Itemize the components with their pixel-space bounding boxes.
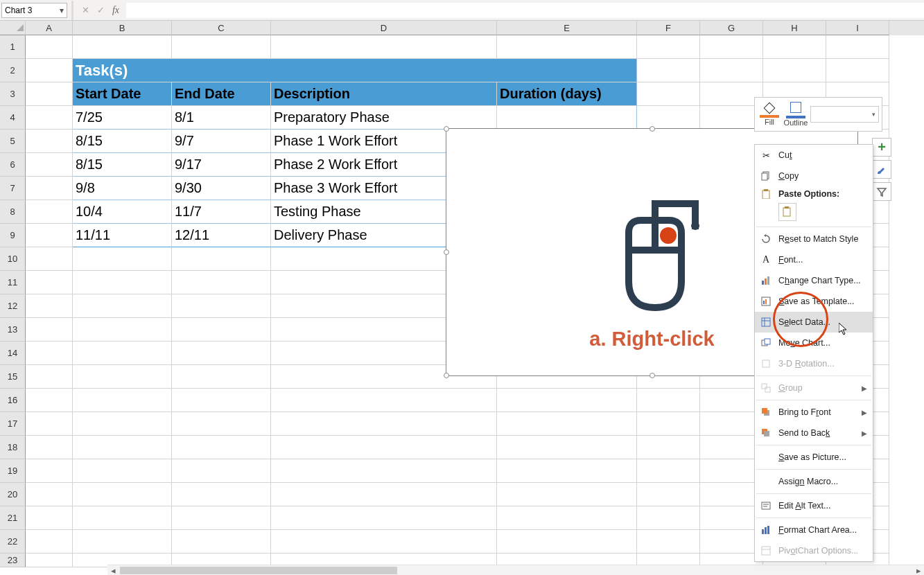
col-header-e[interactable]: E [497, 21, 637, 35]
table-cell[interactable]: 10/4 [73, 200, 172, 224]
cell[interactable] [73, 436, 172, 459]
cell[interactable] [73, 459, 172, 483]
cell[interactable] [271, 389, 497, 412]
formula-input[interactable] [126, 3, 924, 18]
cell[interactable] [26, 318, 73, 342]
col-duration[interactable]: Duration (days) [497, 82, 637, 106]
cell[interactable] [763, 59, 826, 82]
cell[interactable] [172, 59, 271, 82]
row-header[interactable]: 10 [0, 247, 26, 271]
enter-icon[interactable]: ✓ [93, 3, 108, 18]
cell[interactable] [700, 35, 763, 59]
cell[interactable] [73, 271, 172, 294]
resize-handle[interactable] [650, 373, 655, 378]
menu-bring-to-front[interactable]: Bring to Front ▶ [755, 402, 873, 423]
cell[interactable] [637, 436, 700, 459]
cell[interactable] [637, 82, 700, 106]
table-cell[interactable]: 7/25 [73, 106, 172, 130]
fx-icon[interactable]: fx [108, 3, 123, 18]
menu-assign-macro[interactable]: Assign Macro... [755, 471, 873, 492]
name-box[interactable]: Chart 3 ▾ [1, 3, 67, 18]
chart-style-dropdown[interactable]: ▾ [810, 106, 879, 123]
resize-handle[interactable] [444, 373, 449, 378]
cell[interactable] [637, 530, 700, 554]
row-header[interactable]: 16 [0, 389, 26, 412]
cell[interactable] [271, 483, 497, 506]
cell[interactable] [26, 153, 73, 177]
cell[interactable] [637, 459, 700, 483]
cell[interactable] [700, 59, 763, 82]
row-header[interactable]: 3 [0, 82, 26, 106]
chart-elements-button[interactable]: + [872, 138, 891, 157]
chart-filter-button[interactable] [872, 182, 891, 201]
cell[interactable] [172, 412, 271, 436]
menu-select-data[interactable]: Select Data... [755, 312, 873, 333]
table-cell[interactable]: Preparatory Phase [271, 106, 497, 130]
menu-move-chart[interactable]: Move Chart... [755, 333, 873, 353]
cell[interactable] [26, 35, 73, 59]
cell[interactable] [271, 459, 497, 483]
row-header[interactable]: 15 [0, 365, 26, 389]
table-cell[interactable] [497, 106, 637, 130]
cell[interactable] [271, 59, 497, 82]
cell[interactable] [73, 412, 172, 436]
row-header[interactable]: 20 [0, 483, 26, 506]
cell[interactable] [26, 342, 73, 365]
resize-handle[interactable] [650, 126, 655, 132]
menu-reset-style[interactable]: Reset to Match Style [755, 229, 873, 249]
cell[interactable] [497, 459, 637, 483]
cell[interactable] [172, 506, 271, 530]
row-header[interactable]: 5 [0, 130, 26, 153]
cell[interactable] [26, 82, 73, 106]
table-cell[interactable]: 11/11 [73, 224, 172, 247]
cell[interactable] [637, 506, 700, 530]
cell[interactable] [826, 35, 889, 59]
name-box-dropdown-icon[interactable]: ▾ [60, 6, 64, 15]
col-header-h[interactable]: H [763, 21, 826, 35]
col-end-date[interactable]: End Date [172, 82, 271, 106]
cell[interactable] [497, 59, 637, 82]
cell[interactable] [497, 412, 637, 436]
scroll-left-button[interactable]: ◂ [107, 565, 119, 576]
col-header-a[interactable]: A [26, 21, 73, 35]
menu-save-template[interactable]: Save as Template... [755, 291, 873, 312]
cell[interactable] [73, 389, 172, 412]
cell[interactable] [26, 200, 73, 224]
cell[interactable] [172, 342, 271, 365]
col-header-d[interactable]: D [271, 21, 497, 35]
resize-handle[interactable] [444, 126, 449, 132]
table-cell[interactable]: 9/17 [172, 153, 271, 177]
cell[interactable] [497, 389, 637, 412]
cancel-icon[interactable]: ✕ [78, 3, 93, 18]
col-start-date[interactable]: Start Date [73, 82, 172, 106]
menu-cut[interactable]: ✂ Cut [755, 145, 873, 166]
cell[interactable] [26, 59, 73, 82]
cell[interactable] [637, 483, 700, 506]
resize-handle[interactable] [444, 249, 449, 255]
menu-font[interactable]: A Font... [755, 249, 873, 270]
cell[interactable] [26, 271, 73, 294]
cell[interactable] [26, 247, 73, 271]
cell[interactable] [271, 506, 497, 530]
cell[interactable] [271, 35, 497, 59]
row-header[interactable]: 17 [0, 412, 26, 436]
row-header[interactable]: 18 [0, 436, 26, 459]
cell[interactable] [497, 483, 637, 506]
row-header[interactable]: 13 [0, 318, 26, 342]
cell[interactable] [26, 506, 73, 530]
table-cell[interactable]: 8/15 [73, 153, 172, 177]
row-header[interactable]: 21 [0, 506, 26, 530]
menu-send-to-back[interactable]: Send to Back ▶ [755, 423, 873, 443]
col-header-g[interactable]: G [700, 21, 763, 35]
cell[interactable] [26, 365, 73, 389]
row-header[interactable]: 9 [0, 224, 26, 247]
row-header[interactable]: 22 [0, 530, 26, 554]
cell[interactable] [73, 247, 172, 271]
cell[interactable] [172, 247, 271, 271]
cell[interactable] [497, 436, 637, 459]
cell[interactable] [73, 483, 172, 506]
menu-copy[interactable]: Copy [755, 166, 873, 186]
scroll-thumb[interactable] [120, 567, 397, 574]
cell[interactable] [26, 294, 73, 318]
table-cell[interactable]: 9/7 [172, 130, 271, 153]
